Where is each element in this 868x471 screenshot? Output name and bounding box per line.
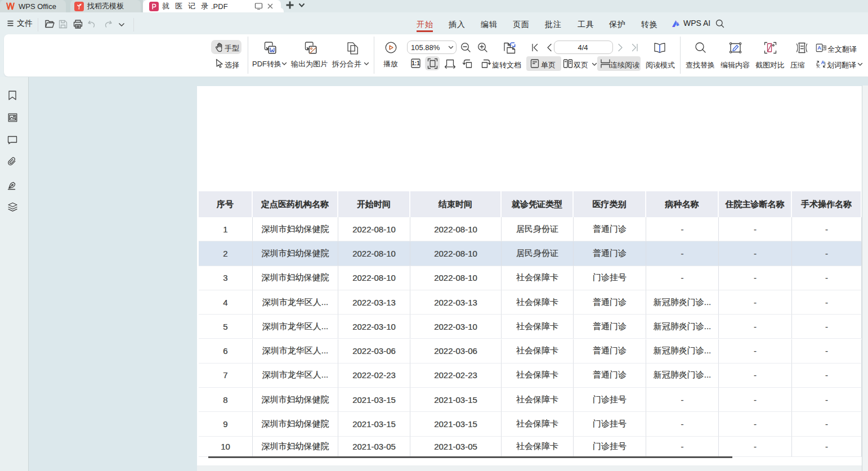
svg-text:A: A: [817, 45, 821, 51]
svg-text:文: 文: [817, 64, 821, 69]
svg-text:A: A: [821, 60, 825, 65]
svg-text:1:1: 1:1: [411, 60, 420, 66]
